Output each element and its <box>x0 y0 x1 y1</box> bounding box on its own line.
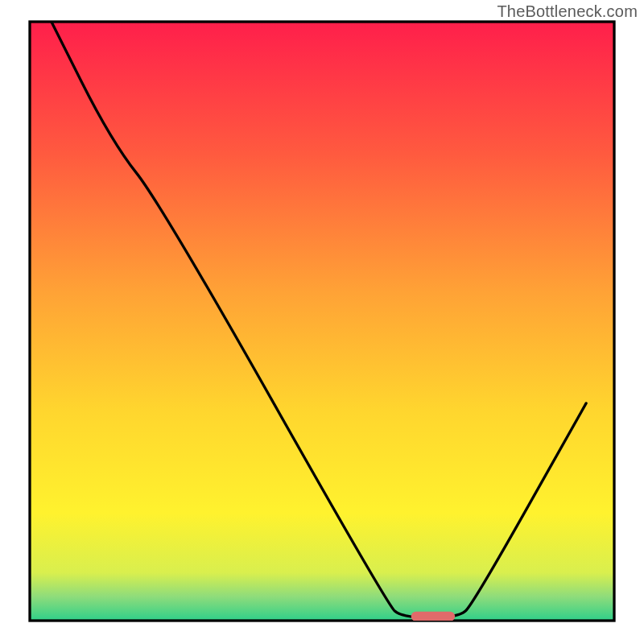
optimal-marker <box>411 612 455 621</box>
plot-background-gradient <box>30 22 614 621</box>
watermark-text: TheBottleneck.com <box>497 2 638 21</box>
chart-frame: TheBottleneck.com <box>0 0 644 644</box>
bottleneck-curve-chart <box>0 0 644 644</box>
